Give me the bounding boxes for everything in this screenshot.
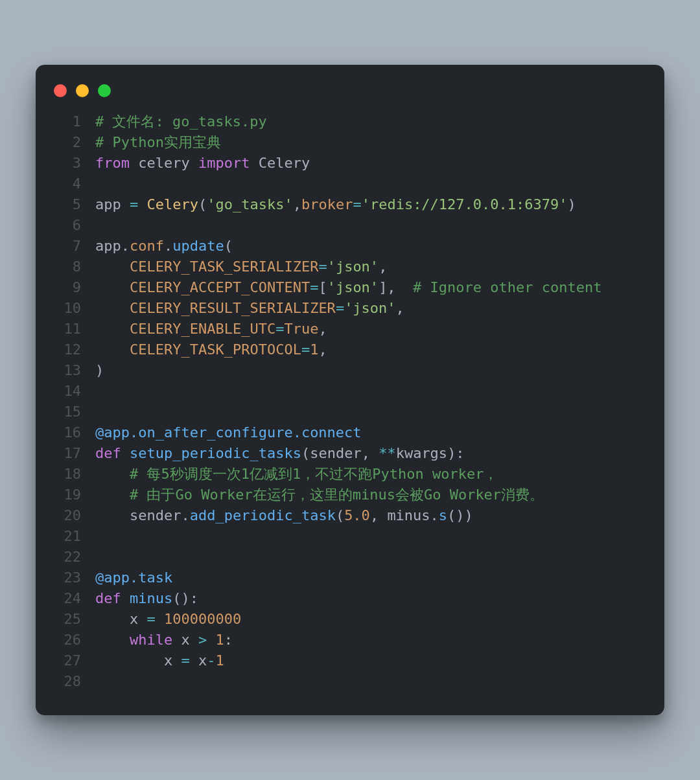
line-source [95,547,644,568]
code-line: 14 [51,381,644,402]
line-source: app = Celery('go_tasks',broker='redis://… [95,194,644,215]
code-token: ( [224,238,233,254]
line-number: 17 [51,443,95,464]
line-source: CELERY_ENABLE_UTC=True, [95,319,644,339]
line-number: 8 [51,257,95,277]
line-source: CELERY_TASK_SERIALIZER='json', [95,257,644,277]
code-token: 'json' [327,279,379,295]
code-line: 7app.conf.update( [51,236,644,257]
line-source: # Python实用宝典 [95,132,644,153]
code-line: 28 [51,671,644,692]
code-token: broker [301,196,353,212]
code-token: ()) [447,507,473,523]
code-token: > [198,632,207,648]
code-token: app [95,196,130,212]
code-token: , [396,300,404,316]
line-source [95,215,644,236]
code-token: (): [172,590,198,606]
close-icon[interactable] [54,84,67,97]
line-number: 10 [51,298,95,319]
code-token: # Python实用宝典 [95,134,221,150]
line-source: @app.on_after_configure.connect [95,422,644,443]
line-number: 22 [51,547,95,568]
code-token: . [181,507,189,523]
code-token: 'json' [344,300,395,316]
line-source [95,526,644,547]
code-token: , [370,507,388,523]
line-number: 13 [51,360,95,381]
code-line: 16@app.on_after_configure.connect [51,422,644,443]
code-token: 100000000 [164,611,241,627]
code-token: 1 [215,652,224,669]
code-token [138,196,146,212]
code-token: CELERY_TASK_SERIALIZER [130,258,318,275]
code-token: = [146,611,155,627]
line-source: @app.task [95,568,644,588]
line-source: while x > 1: [95,630,644,650]
code-token: CELERY_TASK_PROTOCOL [130,341,301,358]
code-line: 17def setup_periodic_tasks(sender, **kwa… [51,443,644,464]
code-block: 1# 文件名: go_tasks.py2# Python实用宝典3from ce… [51,111,644,692]
code-token: ], [379,279,413,295]
code-token: = [310,279,318,295]
code-token: app [95,238,121,254]
code-token: , [362,445,379,461]
line-number: 2 [51,132,95,153]
code-line: 19 # 由于Go Worker在运行，这里的minus会被Go Worker消… [51,485,644,505]
code-token [207,632,215,648]
code-token: celery [130,155,198,171]
code-token: 1 [310,341,318,358]
code-token: while [130,632,172,648]
code-token: 'json' [327,258,379,275]
stage: 1# 文件名: go_tasks.py2# Python实用宝典3from ce… [0,0,700,780]
code-token: 'redis://127.0.0.1:6379' [362,196,568,212]
code-line: 12 CELERY_TASK_PROTOCOL=1, [51,339,644,360]
line-source [95,381,644,402]
line-number: 16 [51,422,95,443]
code-line: 11 CELERY_ENABLE_UTC=True, [51,319,644,339]
line-number: 23 [51,568,95,588]
line-number: 24 [51,588,95,609]
code-token: . [430,507,439,523]
code-line: 24def minus(): [51,588,644,609]
code-token: = [336,300,344,316]
line-source: CELERY_ACCEPT_CONTENT=['json'], # Ignore… [95,277,644,298]
code-token: minus [130,590,172,606]
minimize-icon[interactable] [76,84,89,97]
code-token: Celery [250,155,310,171]
code-token: ): [447,445,465,461]
code-token: [ [318,279,327,295]
code-token: . [121,238,130,254]
line-source: from celery import Celery [95,153,644,174]
code-line: 15 [51,402,644,422]
code-token: 5.0 [344,507,370,523]
code-line: 9 CELERY_ACCEPT_CONTENT=['json'], # Igno… [51,277,644,298]
zoom-icon[interactable] [98,84,111,97]
code-line: 21 [51,526,644,547]
code-token: conf [130,238,164,254]
code-token: True [284,321,318,337]
code-token: = [353,196,361,212]
code-token: @app.task [95,569,172,586]
code-token: kwargs [396,445,447,461]
line-number: 14 [51,381,95,402]
line-number: 4 [51,174,95,194]
code-token: ** [379,445,396,461]
code-token: CELERY_ENABLE_UTC [130,321,275,337]
code-line: 22 [51,547,644,568]
code-token: x [190,652,207,669]
code-line: 13) [51,360,644,381]
code-line: 2# Python实用宝典 [51,132,644,153]
code-token [121,445,130,461]
code-token: ) [568,196,576,212]
line-number: 15 [51,402,95,422]
line-source: # 文件名: go_tasks.py [95,111,644,132]
code-token: , [379,258,387,275]
line-source: app.conf.update( [95,236,644,257]
line-number: 3 [51,153,95,174]
code-token: = [275,321,284,337]
code-line: 10 CELERY_RESULT_SERIALIZER='json', [51,298,644,319]
line-number: 11 [51,319,95,339]
code-token: add_periodic_task [190,507,336,523]
line-source: x = x-1 [95,650,644,671]
